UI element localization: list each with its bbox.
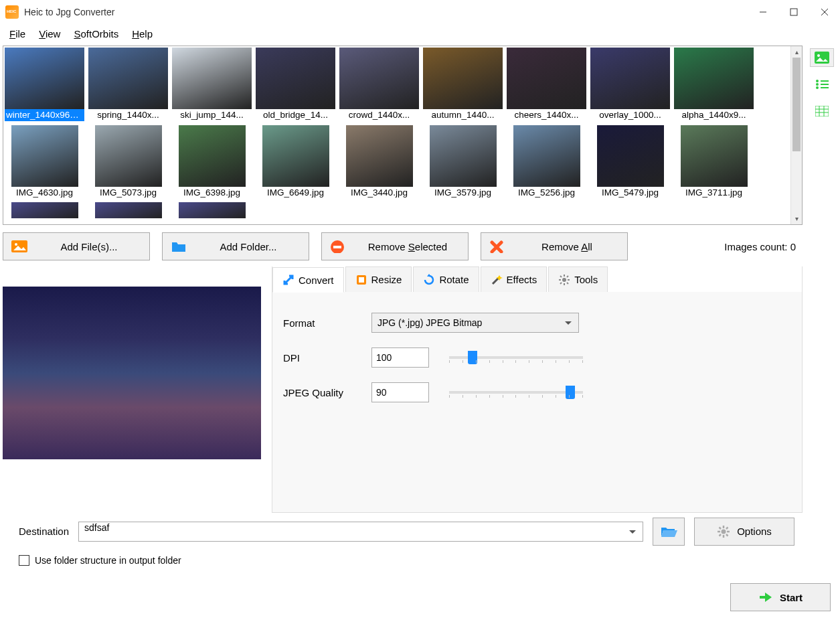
view-toolbar bbox=[807, 46, 837, 582]
thumbnail[interactable]: IMG_5256.jpg bbox=[507, 125, 586, 199]
list-icon bbox=[815, 79, 829, 90]
thumbnail[interactable]: autumn_1440... bbox=[423, 48, 503, 121]
add-files-button[interactable]: Add File(s)... bbox=[3, 232, 150, 260]
thumbnail[interactable]: spring_1440x... bbox=[88, 48, 168, 121]
thumbnail-caption: cheers_1440x... bbox=[513, 109, 580, 121]
menubar: File View SoftOrbits Help bbox=[0, 24, 840, 43]
remove-selected-button[interactable]: Remove Selected bbox=[321, 232, 469, 260]
svg-rect-4 bbox=[11, 240, 27, 252]
thumbnail[interactable] bbox=[172, 202, 252, 218]
thumbnail-image bbox=[674, 48, 754, 109]
thumbnail-caption: IMG_6398.jpg bbox=[182, 187, 242, 199]
thumbnail[interactable]: cheers_1440x... bbox=[507, 48, 586, 121]
thumbnail-caption: IMG_3579.jpg bbox=[433, 187, 493, 199]
svg-line-26 bbox=[720, 534, 722, 536]
svg-line-25 bbox=[726, 534, 728, 536]
thumbnail-image bbox=[256, 48, 335, 109]
convert-icon bbox=[282, 274, 295, 286]
thumbnail[interactable]: IMG_5479.jpg bbox=[590, 125, 670, 199]
thumbnail-caption: IMG_3440.jpg bbox=[349, 187, 409, 199]
thumbnail-image bbox=[339, 48, 419, 109]
tab-effects[interactable]: Effects bbox=[481, 266, 548, 292]
thumbnail-caption: IMG_5479.jpg bbox=[600, 187, 660, 199]
svg-rect-1 bbox=[790, 9, 797, 15]
gallery-scrollbar[interactable]: ▴ ▾ bbox=[790, 46, 802, 224]
remove-all-button[interactable]: Remove All bbox=[481, 232, 628, 260]
scroll-up-icon[interactable]: ▴ bbox=[791, 46, 802, 58]
thumbnail-caption: overlay_1000... bbox=[598, 109, 662, 121]
menu-softorbits[interactable]: SoftOrbits bbox=[68, 27, 124, 41]
rotate-icon bbox=[423, 274, 435, 286]
tab-tools[interactable]: Tools bbox=[548, 266, 608, 292]
thumbnail[interactable]: IMG_3711.jpg bbox=[674, 125, 754, 199]
svg-point-10 bbox=[562, 278, 566, 282]
window-title: Heic to Jpg Converter bbox=[24, 7, 748, 17]
menu-view[interactable]: View bbox=[33, 27, 66, 41]
use-folder-checkbox[interactable] bbox=[19, 555, 29, 566]
quality-input[interactable] bbox=[371, 382, 429, 402]
thumbnail[interactable]: IMG_4630.jpg bbox=[5, 125, 84, 199]
thumbnail[interactable]: IMG_5073.jpg bbox=[88, 125, 168, 199]
app-icon bbox=[5, 5, 19, 19]
gear-icon bbox=[717, 525, 730, 538]
resize-icon bbox=[355, 274, 367, 286]
thumbnail-image bbox=[11, 125, 78, 187]
thumbnail-image bbox=[423, 48, 503, 109]
thumbnail-caption: IMG_5073.jpg bbox=[98, 187, 158, 199]
thumbnail[interactable]: IMG_3579.jpg bbox=[423, 125, 503, 199]
maximize-button[interactable] bbox=[778, 0, 809, 24]
thumbnail[interactable]: old_bridge_14... bbox=[256, 48, 335, 121]
quality-label: JPEG Quality bbox=[283, 387, 371, 398]
svg-line-27 bbox=[726, 527, 728, 529]
thumbnail-image bbox=[513, 125, 580, 187]
thumbnail[interactable] bbox=[88, 202, 168, 218]
tab-rotate[interactable]: Rotate bbox=[413, 266, 479, 292]
folder-open-icon bbox=[660, 525, 677, 538]
thumbnail[interactable]: IMG_6649.jpg bbox=[256, 125, 335, 199]
thumbnail-image bbox=[262, 125, 329, 187]
scroll-down-icon[interactable]: ▾ bbox=[791, 213, 802, 224]
destination-input[interactable]: sdfsaf bbox=[78, 522, 643, 542]
thumbnail-image bbox=[597, 125, 664, 187]
format-select[interactable]: JPG (*.jpg) JPEG Bitmap bbox=[371, 313, 579, 333]
minimize-button[interactable] bbox=[748, 0, 778, 24]
remove-icon bbox=[330, 240, 346, 253]
view-details-button[interactable] bbox=[810, 102, 834, 121]
quality-slider[interactable] bbox=[449, 391, 583, 394]
dpi-slider[interactable] bbox=[449, 356, 583, 359]
add-files-label: Add File(s)... bbox=[37, 241, 141, 252]
gallery: winter_1440x960.heicspring_1440x...ski_j… bbox=[3, 46, 803, 225]
tab-resize[interactable]: Resize bbox=[345, 266, 412, 292]
preview-image bbox=[3, 287, 261, 459]
thumbnail-caption: old_bridge_14... bbox=[262, 109, 329, 121]
view-list-button[interactable] bbox=[810, 75, 834, 94]
thumbnail-caption: IMG_4630.jpg bbox=[15, 187, 74, 199]
thumbnail[interactable]: IMG_6398.jpg bbox=[172, 125, 252, 199]
thumbnail-image bbox=[5, 48, 84, 109]
close-button[interactable] bbox=[809, 0, 840, 24]
tab-convert[interactable]: Convert bbox=[272, 267, 344, 293]
menu-file[interactable]: File bbox=[4, 27, 31, 41]
scroll-thumb[interactable] bbox=[792, 58, 801, 151]
thumbnail[interactable]: alpha_1440x9... bbox=[674, 48, 754, 121]
svg-point-29 bbox=[817, 54, 820, 57]
thumbnail[interactable] bbox=[5, 202, 84, 218]
thumbnail[interactable]: overlay_1000... bbox=[590, 48, 670, 121]
options-button[interactable]: Options bbox=[694, 518, 794, 546]
thumbnail[interactable]: crowd_1440x... bbox=[339, 48, 419, 121]
thumbnail[interactable]: winter_1440x960.heic bbox=[5, 48, 84, 121]
svg-rect-7 bbox=[333, 246, 341, 248]
menu-help[interactable]: Help bbox=[127, 27, 158, 41]
add-folder-button[interactable]: Add Folder... bbox=[162, 232, 309, 260]
start-button[interactable]: Start bbox=[730, 583, 831, 611]
thumbnail[interactable]: IMG_3440.jpg bbox=[339, 125, 419, 199]
thumbnail-image bbox=[590, 48, 670, 109]
view-thumbnails-button[interactable] bbox=[810, 48, 834, 67]
thumbnail-image bbox=[95, 125, 162, 187]
svg-point-5 bbox=[15, 243, 17, 246]
dpi-input[interactable] bbox=[371, 347, 429, 368]
svg-point-19 bbox=[722, 529, 726, 534]
thumbnail-image bbox=[179, 125, 246, 187]
browse-button[interactable] bbox=[653, 518, 685, 546]
thumbnail[interactable]: ski_jump_144... bbox=[172, 48, 252, 121]
